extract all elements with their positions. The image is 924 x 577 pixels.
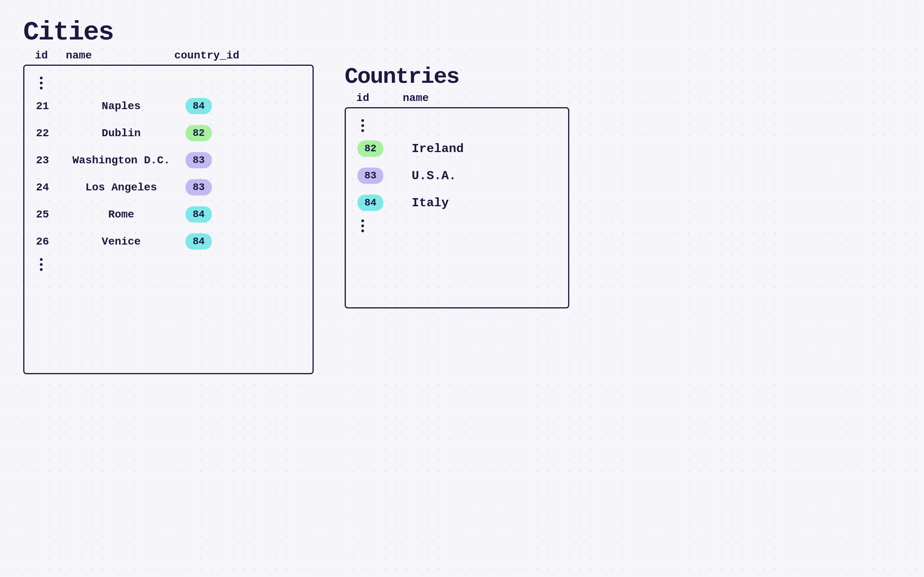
countries-table-box: 82 Ireland 83 U.S.A. 84 Italy [345, 107, 569, 308]
cities-headers: id name country_id [23, 50, 314, 62]
table-row: 25 Rome 84 [36, 201, 301, 228]
country-name: Ireland [404, 142, 497, 156]
city-name: Los Angeles [67, 181, 175, 193]
country-name: Italy [404, 196, 497, 210]
country-id: 84 [357, 195, 404, 211]
city-badge: 84 [175, 206, 222, 223]
city-id: 22 [36, 127, 67, 139]
city-badge: 84 [175, 233, 222, 250]
city-id: 24 [36, 181, 67, 193]
city-name: Rome [67, 209, 175, 221]
dot [361, 124, 364, 127]
city-id: 25 [36, 209, 67, 221]
badge-cyan: 84 [185, 233, 211, 250]
cities-table-box: 21 Naples 84 22 Dublin 82 23 Washington … [23, 65, 314, 374]
badge-cyan: 84 [357, 195, 383, 211]
dot [361, 119, 364, 122]
city-id: 26 [36, 236, 67, 248]
countries-col-name: name [403, 92, 480, 104]
dot [40, 82, 43, 84]
countries-section: Countries id name 82 Ireland [345, 66, 569, 308]
country-name: U.S.A. [404, 169, 497, 183]
country-id: 82 [357, 140, 404, 157]
badge-purple: 83 [357, 168, 383, 184]
city-id: 21 [36, 100, 67, 112]
countries-col-id: id [356, 92, 403, 104]
cities-col-country-id: country_id [174, 50, 244, 62]
countries-title: Countries [345, 66, 569, 88]
country-id: 83 [357, 168, 404, 184]
cities-top-ellipsis [40, 74, 301, 92]
badge-green: 82 [185, 125, 211, 141]
badge-cyan: 84 [185, 98, 211, 114]
badge-purple: 83 [185, 179, 211, 195]
dot [40, 268, 43, 271]
dot [361, 229, 364, 232]
city-badge: 84 [175, 98, 222, 114]
badge-purple: 83 [185, 152, 211, 168]
dot [361, 219, 364, 222]
table-row: 22 Dublin 82 [36, 120, 301, 147]
dot [40, 87, 43, 89]
countries-title-area: Countries [345, 66, 569, 88]
countries-top-ellipsis [361, 116, 556, 135]
table-row: 84 Italy [357, 189, 556, 216]
table-row: 24 Los Angeles 83 [36, 174, 301, 201]
dot [40, 77, 43, 79]
table-row: 23 Washington D.C. 83 [36, 147, 301, 174]
city-name: Venice [67, 236, 175, 248]
table-row: 82 Ireland [357, 135, 556, 162]
badge-cyan: 84 [185, 206, 211, 223]
table-row: 21 Naples 84 [36, 92, 301, 120]
city-badge: 82 [175, 125, 222, 141]
page-container: Cities id name country_id 21 Naples 84 [19, 15, 905, 378]
cities-section: Cities id name country_id 21 Naples 84 [23, 19, 314, 374]
cities-col-id: id [35, 50, 66, 62]
dot [40, 263, 43, 266]
city-name: Washington D.C. [67, 154, 175, 166]
countries-bottom-ellipsis [361, 216, 556, 235]
city-badge: 83 [175, 179, 222, 195]
cities-bottom-ellipsis [40, 255, 301, 274]
city-name: Dublin [67, 127, 175, 139]
badge-green: 82 [357, 140, 383, 157]
countries-headers: id name [345, 92, 569, 104]
dot [361, 224, 364, 227]
dot [40, 258, 43, 261]
city-badge: 83 [175, 152, 222, 168]
cities-col-name: name [66, 50, 174, 62]
cities-title: Cities [23, 19, 314, 46]
table-row: 26 Venice 84 [36, 228, 301, 255]
table-row: 83 U.S.A. [357, 162, 556, 189]
dot [361, 129, 364, 132]
city-name: Naples [67, 100, 175, 112]
city-id: 23 [36, 154, 67, 166]
